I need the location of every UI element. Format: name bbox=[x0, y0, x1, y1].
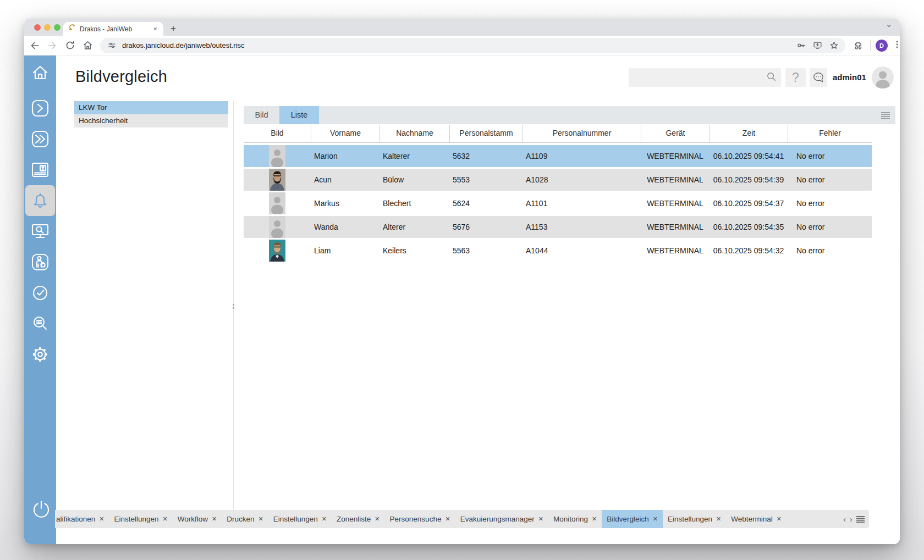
close-icon[interactable]: ✕ bbox=[212, 515, 217, 523]
module-tab[interactable]: Webterminal✕ bbox=[726, 510, 787, 528]
table-row[interactable]: Marion Kalterer 5632 A1109 WEBTERMINAL 0… bbox=[244, 145, 872, 167]
cell-zeit: 06.10.2025 09:54:32 bbox=[710, 246, 788, 255]
home-icon[interactable] bbox=[28, 59, 53, 86]
site-settings-icon[interactable] bbox=[106, 40, 118, 52]
tab-bild[interactable]: Bild bbox=[244, 106, 279, 124]
close-tab-icon[interactable]: ✕ bbox=[151, 25, 159, 33]
module-tab[interactable]: Evakuierungsmanager✕ bbox=[455, 510, 548, 528]
chevron-right-icon[interactable] bbox=[28, 95, 53, 122]
browser-tab[interactable]: Drakos - JaniWeb ✕ bbox=[63, 22, 163, 36]
home-button[interactable] bbox=[80, 38, 95, 53]
close-icon[interactable]: ✕ bbox=[445, 515, 450, 523]
module-tab[interactable]: Einstellungen✕ bbox=[663, 510, 726, 528]
gear-icon[interactable] bbox=[28, 341, 53, 368]
power-icon[interactable] bbox=[29, 497, 53, 524]
cell-personalnummer: A1109 bbox=[522, 152, 641, 160]
table-header: Bild Vorname Nachname Personalstamm Pers… bbox=[244, 125, 872, 143]
monitor-search-icon[interactable] bbox=[28, 218, 53, 245]
scroll-tabs-right-icon[interactable]: › bbox=[850, 510, 853, 528]
source-list-item[interactable]: LKW Tor bbox=[74, 101, 228, 114]
close-icon[interactable]: ✕ bbox=[322, 515, 327, 523]
close-icon[interactable]: ✕ bbox=[716, 515, 721, 523]
column-header[interactable]: Bild bbox=[244, 125, 311, 142]
source-list-item[interactable]: Hochsicherheit bbox=[74, 114, 228, 127]
close-icon[interactable]: ✕ bbox=[258, 515, 263, 523]
cell-personalstamm: 5632 bbox=[449, 152, 522, 160]
module-tab[interactable]: Einstellungen✕ bbox=[268, 510, 332, 528]
close-icon[interactable]: ✕ bbox=[653, 515, 658, 523]
column-header[interactable]: Zeit bbox=[710, 125, 788, 142]
cell-personalnummer: A1028 bbox=[522, 175, 641, 184]
module-tab[interactable]: alifikationen✕ bbox=[55, 510, 109, 528]
cell-zeit: 06.10.2025 09:54:41 bbox=[710, 152, 788, 160]
scroll-tabs-left-icon[interactable]: ‹ bbox=[843, 510, 846, 528]
janiweb-page: Bildvergleich ? admin01 LKW Tor Hochsich… bbox=[24, 56, 900, 544]
table-row[interactable]: Wanda Alterer 5676 A1153 WEBTERMINAL 06.… bbox=[244, 216, 872, 238]
password-key-icon[interactable] bbox=[795, 40, 807, 52]
tab-list-menu-icon[interactable] bbox=[856, 516, 865, 523]
module-tab[interactable]: Zonenliste✕ bbox=[332, 510, 385, 528]
cell-nachname: Keilers bbox=[380, 246, 449, 255]
browser-tabstrip: Drakos - JaniWeb ✕ + ⌄ bbox=[24, 19, 900, 36]
browser-menu-icon[interactable] bbox=[893, 40, 900, 51]
column-header[interactable]: Gerät bbox=[641, 125, 710, 142]
cell-personalstamm: 5676 bbox=[449, 223, 522, 231]
tab-liste[interactable]: Liste bbox=[279, 106, 319, 124]
back-button[interactable] bbox=[28, 38, 42, 53]
cell-personalstamm: 5563 bbox=[449, 246, 522, 255]
view-options-icon[interactable] bbox=[881, 112, 890, 121]
table-row[interactable]: Liam Keilers 5563 A1044 WEBTERMINAL 06.1… bbox=[244, 240, 872, 262]
cell-nachname: Bülow bbox=[380, 175, 449, 184]
person-briefcase-icon[interactable] bbox=[28, 248, 53, 276]
module-tab[interactable]: Drucken✕ bbox=[222, 510, 268, 528]
column-header[interactable]: Vorname bbox=[311, 125, 380, 142]
close-icon[interactable]: ✕ bbox=[592, 515, 597, 523]
url-bar[interactable]: drakos.janicloud.de/janiweb/outest.risc bbox=[100, 38, 845, 53]
close-icon[interactable]: ✕ bbox=[375, 515, 380, 523]
cell-geraet: WEBTERMINAL bbox=[641, 175, 710, 184]
table-row[interactable]: Acun Bülow 5553 A1028 WEBTERMINAL 06.10.… bbox=[244, 169, 872, 191]
column-header[interactable]: Fehler bbox=[788, 125, 872, 142]
install-app-icon[interactable] bbox=[811, 40, 823, 52]
column-header[interactable]: Personalstamm bbox=[449, 125, 522, 142]
id-card-icon[interactable] bbox=[28, 156, 53, 184]
close-icon[interactable]: ✕ bbox=[99, 515, 104, 523]
bookmark-star-icon[interactable] bbox=[828, 40, 840, 52]
close-window-button[interactable] bbox=[34, 24, 41, 31]
cell-personalnummer: A1044 bbox=[522, 246, 641, 255]
zoom-window-button[interactable] bbox=[54, 24, 61, 31]
table-row[interactable]: Markus Blechert 5624 A1101 WEBTERMINAL 0… bbox=[244, 192, 872, 214]
module-tab[interactable]: Workflow✕ bbox=[173, 510, 222, 528]
toolbar-divider bbox=[870, 41, 871, 51]
module-tab[interactable]: Monitoring✕ bbox=[548, 510, 602, 528]
search-list-icon[interactable] bbox=[28, 310, 53, 337]
tab-search-chevron-icon[interactable]: ⌄ bbox=[886, 20, 892, 29]
url-text[interactable]: drakos.janicloud.de/janiweb/outest.risc bbox=[122, 41, 790, 49]
close-icon[interactable]: ✕ bbox=[538, 515, 543, 523]
clock-icon[interactable] bbox=[28, 279, 53, 307]
minimize-window-button[interactable] bbox=[44, 24, 51, 31]
forward-button[interactable] bbox=[45, 38, 59, 53]
module-tab[interactable]: Einstellungen✕ bbox=[109, 510, 173, 528]
desktop: { "colors":{"accent_blue":"#a6cdea","sid… bbox=[0, 0, 924, 560]
close-icon[interactable]: ✕ bbox=[163, 515, 168, 523]
cell-fehler: No error bbox=[788, 199, 872, 208]
module-tabbar-controls: ‹ › bbox=[843, 510, 869, 528]
employee-photo bbox=[269, 240, 285, 262]
close-icon[interactable]: ✕ bbox=[777, 515, 782, 523]
bell-icon[interactable] bbox=[28, 187, 53, 214]
column-header[interactable]: Personalnummer bbox=[522, 125, 641, 142]
cell-personalstamm: 5624 bbox=[449, 199, 522, 208]
browser-profile-avatar[interactable]: D bbox=[876, 40, 888, 52]
panel-resize-handle[interactable] bbox=[232, 302, 235, 311]
module-tab[interactable]: Personensuche✕ bbox=[385, 510, 455, 528]
reload-button[interactable] bbox=[63, 38, 77, 53]
tab-title: Drakos - JaniWeb bbox=[80, 25, 151, 33]
module-tabbar: alifikationen✕ Einstellungen✕ Workflow✕ … bbox=[55, 510, 869, 528]
favicon bbox=[68, 24, 76, 34]
column-header[interactable]: Nachname bbox=[380, 125, 449, 142]
double-chevron-icon[interactable] bbox=[28, 125, 53, 153]
extensions-puzzle-icon[interactable] bbox=[851, 38, 865, 53]
new-tab-button[interactable]: + bbox=[166, 21, 180, 36]
module-tab-active[interactable]: Bildvergleich✕ bbox=[602, 510, 663, 528]
